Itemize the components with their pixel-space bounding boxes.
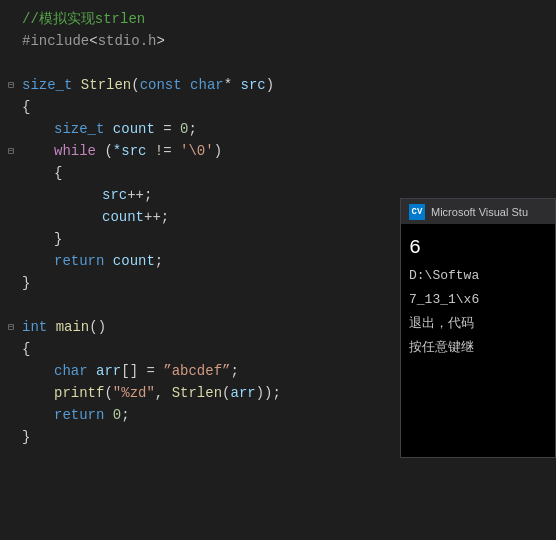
func-strlen-call: Strlen (172, 385, 222, 401)
open-brace-strlen: { (22, 99, 30, 115)
kw-return-1: return (54, 253, 104, 269)
char-null: '\0' (180, 143, 214, 159)
func-main: main (56, 319, 90, 335)
comment-strlen: //模拟实现strlen (22, 10, 145, 28)
kw-int: int (22, 319, 47, 335)
var-arr-arg: arr (230, 385, 255, 401)
kw-while: while (54, 143, 96, 159)
angle-open: < (89, 33, 97, 49)
num-0-2: 0 (113, 407, 121, 423)
num-0: 0 (180, 121, 188, 137)
str-format: "%zd" (113, 385, 155, 401)
vs-output-popup: CV Microsoft Visual Stu 6 D:\Softwa 7_13… (400, 198, 556, 458)
popup-line-3: 7_13_1\x6 (409, 288, 547, 312)
kw-return-2: return (54, 407, 104, 423)
collapse-icon-while[interactable]: ⊟ (8, 145, 22, 157)
param-src: src (241, 77, 266, 93)
kw-char-2: char (54, 363, 88, 379)
type-size_t-2: size_t (54, 121, 104, 137)
var-count-ret: count (113, 253, 155, 269)
func-printf: printf (54, 385, 104, 401)
angle-close: > (156, 33, 164, 49)
open-brace-main: { (22, 341, 30, 357)
code-line-2: #include<stdio.h> (0, 30, 556, 52)
var-src-pp: src (102, 187, 127, 203)
str-abcdef: ”abcdef” (163, 363, 230, 379)
kw-const: const (140, 77, 182, 93)
kw-char: char (190, 77, 224, 93)
popup-line-1: 6 (409, 232, 547, 264)
code-line-7: ⊟ while ( *src != '\0' ) (0, 140, 556, 162)
popup-titlebar: CV Microsoft Visual Stu (400, 198, 556, 224)
popup-title: Microsoft Visual Stu (431, 206, 528, 218)
close-brace-strlen: } (22, 275, 30, 291)
code-line-6: size_t count = 0 ; (0, 118, 556, 140)
code-line-3 (0, 52, 556, 74)
var-count-pp: count (102, 209, 144, 225)
preprocessor-hash: #include (22, 33, 89, 49)
close-brace-while: } (54, 231, 62, 247)
open-brace-while: { (54, 165, 62, 181)
var-src-deref: *src (113, 143, 147, 159)
vs-icon: CV (409, 204, 425, 220)
code-line-4: ⊟ size_t Strlen ( const char * src ) (0, 74, 556, 96)
var-count: count (113, 121, 155, 137)
code-editor: //模拟实现strlen #include<stdio.h> ⊟ size_t … (0, 0, 556, 540)
func-strlen: Strlen (81, 77, 131, 93)
code-line-1: //模拟实现strlen (0, 8, 556, 30)
collapse-icon-strlen[interactable]: ⊟ (8, 79, 22, 91)
collapse-icon-main[interactable]: ⊟ (8, 321, 22, 333)
code-line-5: { (0, 96, 556, 118)
include-file: stdio.h (98, 33, 157, 49)
popup-line-2: D:\Softwa (409, 264, 547, 288)
code-line-8: { (0, 162, 556, 184)
popup-line-4: 退出，代码 (409, 312, 547, 336)
popup-line-5: 按任意键继 (409, 336, 547, 360)
close-brace-main: } (22, 429, 30, 445)
type-size_t: size_t (22, 77, 72, 93)
var-arr: arr (96, 363, 121, 379)
popup-body: 6 D:\Softwa 7_13_1\x6 退出，代码 按任意键继 (400, 224, 556, 458)
